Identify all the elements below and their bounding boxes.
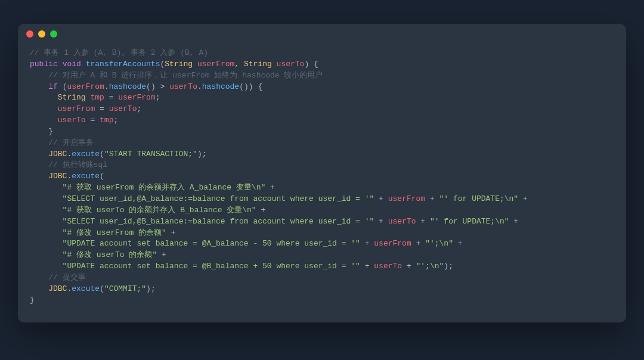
string-literal: "UPDATE account set balance = @B_balance… (63, 262, 360, 271)
brace-close: } (48, 127, 53, 136)
operator-plus: + (265, 183, 279, 192)
string-literal: "';\n" (416, 262, 444, 271)
comment-line: // 执行转账sql (48, 160, 107, 169)
method-hashcode: hashcode (109, 82, 146, 91)
close-icon[interactable] (26, 30, 33, 38)
string-literal: "# 获取 userTo 的余额并存入 B_balance 变量\n" (63, 206, 256, 215)
var-userfrom: userFrom (67, 82, 104, 91)
semicolon: ; (113, 116, 118, 125)
paren-open: ( (100, 172, 104, 181)
keyword-if: if (48, 82, 58, 91)
method-excute: excute (72, 172, 100, 181)
semicolon: ; (137, 104, 141, 113)
operator-plus: + (360, 262, 374, 271)
type-string: String (58, 93, 86, 102)
method-hashcode: hashcode (202, 82, 239, 91)
string-literal: "# 修改 userTo 的余额" (63, 250, 157, 259)
var-userto: userTo (58, 116, 86, 125)
param-userfrom: userFrom (197, 60, 234, 69)
dot: . (104, 82, 109, 91)
dot: . (197, 82, 202, 91)
operator-gt: > (156, 82, 169, 91)
paren-close: ) (249, 82, 253, 91)
var-userto: userTo (374, 262, 402, 271)
operator-plus: + (509, 217, 523, 226)
var-userfrom: userFrom (374, 239, 411, 248)
var-userto: userTo (169, 82, 197, 91)
keyword-public: public (30, 60, 58, 69)
keyword-void: void (63, 60, 81, 69)
operator-eq: = (86, 116, 100, 125)
param-userto: userTo (277, 60, 305, 69)
brace-close: } (30, 296, 35, 305)
operator-plus: + (402, 262, 416, 271)
operator-plus: + (453, 239, 467, 248)
paren-close-semi: ); (146, 284, 156, 293)
class-jdbc: JDBC (48, 172, 67, 181)
minimize-icon[interactable] (38, 30, 45, 38)
var-userto: userTo (388, 217, 416, 226)
paren-close: ) (151, 82, 156, 91)
operator-plus: + (374, 217, 388, 226)
paren-open: ( (146, 82, 151, 91)
brace-open: { (258, 82, 262, 91)
type-string: String (244, 60, 272, 69)
string-literal: "COMMIT;" (104, 284, 146, 293)
paren-open: ( (100, 150, 104, 159)
paren-close-semi: ); (444, 262, 453, 271)
operator-eq: = (104, 93, 118, 102)
comment-line: // 事务 1 入参 (A, B), 事务 2 入参 (B, A) (30, 48, 208, 57)
maximize-icon[interactable] (50, 30, 57, 38)
string-literal: "UPDATE account set balance = @A_balance… (63, 239, 360, 248)
comment-line: // 开启事务 (48, 138, 93, 147)
paren-open: ( (239, 82, 244, 91)
string-literal: "' for UPDATE;\n" (439, 194, 519, 203)
var-tmp: tmp (90, 93, 104, 102)
operator-plus: + (374, 194, 388, 203)
var-userfrom: userFrom (388, 194, 425, 203)
operator-plus: + (425, 194, 439, 203)
class-jdbc: JDBC (48, 284, 67, 293)
operator-plus: + (166, 228, 180, 237)
code-window: // 事务 1 入参 (A, B), 事务 2 入参 (B, A) public… (18, 24, 626, 322)
var-tmp: tmp (100, 116, 113, 125)
operator-plus: + (411, 239, 425, 248)
comment-line: // 对用户 A 和 B 进行排序，让 userFrom 始终为 hashcod… (48, 71, 323, 80)
semicolon: ; (156, 93, 160, 102)
string-literal: "SELECT user_id,@A_balance:=balance from… (63, 194, 374, 203)
comment-line: // 提交事 (48, 273, 85, 282)
paren-close: ) (304, 60, 309, 69)
string-literal: "START TRANSACTION;" (104, 150, 197, 159)
code-block: // 事务 1 入参 (A, B), 事务 2 入参 (B, A) public… (18, 44, 626, 322)
class-jdbc: JDBC (48, 150, 67, 159)
method-name: transferAccounts (86, 60, 160, 69)
operator-plus: + (360, 239, 374, 248)
paren-close: ) (244, 82, 249, 91)
method-excute: excute (72, 284, 100, 293)
brace-open: { (314, 60, 318, 69)
var-userfrom: userFrom (118, 93, 155, 102)
paren-close-semi: ); (197, 150, 207, 159)
paren-open: ( (100, 284, 104, 293)
type-string: String (165, 60, 193, 69)
string-literal: "# 获取 userFrom 的余额并存入 A_balance 变量\n" (63, 183, 266, 192)
comma: , (234, 60, 244, 69)
window-titlebar (18, 24, 626, 44)
operator-plus: + (157, 250, 171, 259)
operator-plus: + (256, 206, 270, 215)
string-literal: "' for UPDATE;\n" (430, 217, 509, 226)
string-literal: "# 修改 userFrom 的余额" (63, 228, 166, 237)
var-userto: userTo (109, 104, 137, 113)
string-literal: "';\n" (425, 239, 453, 248)
var-userfrom: userFrom (58, 104, 95, 113)
operator-plus: + (518, 194, 532, 203)
operator-plus: + (416, 217, 430, 226)
operator-eq: = (95, 104, 109, 113)
method-excute: excute (72, 150, 100, 159)
string-literal: "SELECT user_id,@B_balance:=balance from… (63, 217, 374, 226)
